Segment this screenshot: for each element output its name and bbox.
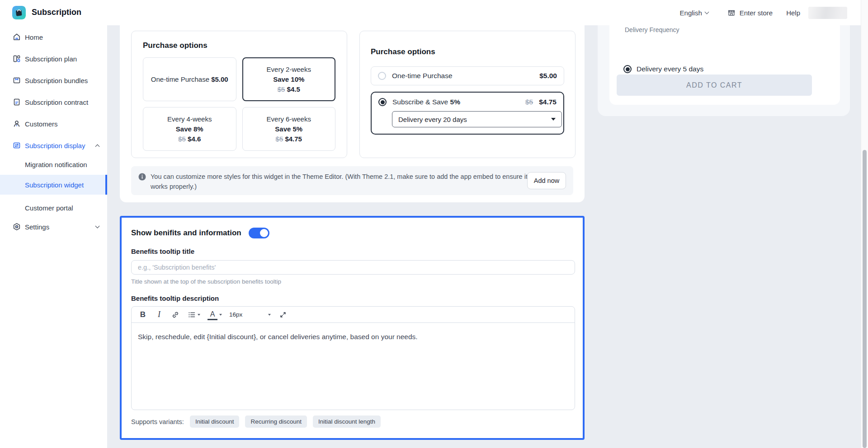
plan-price-line: $5 $4.6 <box>178 135 201 143</box>
variant-chip-recurring-discount[interactable]: Recurring discount <box>245 415 307 428</box>
delivery-frequency-card: Delivery Frequency Delivery every 5 days… <box>609 25 840 105</box>
link-icon <box>171 311 179 319</box>
info-icon <box>138 173 146 181</box>
language-value: English <box>680 9 702 17</box>
chevron-down-icon <box>198 314 200 316</box>
chevron-down-icon <box>95 224 100 229</box>
radio-checked-icon[interactable] <box>623 65 632 73</box>
plan-save: Save 5% <box>275 125 302 133</box>
radio-option-one-time[interactable]: One-time Purchase $5.00 <box>371 66 564 85</box>
theme-editor-banner: You can customize more styles for this w… <box>131 166 573 195</box>
app-title: Subscription <box>32 8 81 17</box>
radio-unchecked-icon[interactable] <box>378 72 386 80</box>
variant-chip-initial-discount[interactable]: Initial discount <box>190 415 240 428</box>
option-one-time-purchase[interactable]: One-time Purchase $5.00 <box>143 57 236 101</box>
rich-text-editor: B I A 16px <box>131 306 575 410</box>
list-icon <box>188 311 196 319</box>
sidebar-item-subscription-plan[interactable]: Subscription plan <box>0 51 107 66</box>
subscription-plan-icon <box>13 55 21 63</box>
sidebar-item-subscription-bundles[interactable]: Subscription bundles <box>0 73 107 88</box>
scrollbar-thumb[interactable] <box>863 150 867 448</box>
link-button[interactable] <box>170 309 180 321</box>
chevron-down-icon <box>268 314 271 316</box>
subscription-contract-icon <box>13 98 21 106</box>
benefits-section: Show benifits and information Benefits t… <box>120 216 585 440</box>
help-label: Help <box>786 9 800 17</box>
app-logo <box>12 6 26 19</box>
subscription-bundles-icon <box>13 76 21 84</box>
subscribe-save-label: Subscribe & Save 5% <box>392 98 460 106</box>
variants-row: Supports variants: Initial discount Recu… <box>131 415 573 428</box>
plan-price-line: $5 $4.5 <box>278 85 300 93</box>
one-time-label: One-time Purchase <box>392 72 453 80</box>
home-icon <box>13 33 21 41</box>
settings-icon <box>13 223 21 231</box>
text-color-button[interactable]: A <box>208 310 217 320</box>
font-size-select[interactable]: 16px <box>229 311 271 318</box>
sidebar-item-migration-notification[interactable]: Migration notification <box>0 157 107 172</box>
tooltip-title-label: Benefits tooltip title <box>131 247 573 255</box>
subscribe-save-line: Subscribe & Save 5% $5 $4.75 <box>378 98 557 106</box>
plan-name: Every 4-weeks <box>167 115 212 123</box>
subscription-display-icon <box>13 141 21 149</box>
italic-button[interactable]: I <box>154 309 164 321</box>
language-selector[interactable]: English <box>680 9 708 17</box>
tooltip-title-help: Title shown at the top of the subscripti… <box>131 278 573 285</box>
sidebar-item-customer-portal[interactable]: Customer portal <box>0 201 107 215</box>
sidebar: Home Subscription plan Subscription bund… <box>0 25 107 448</box>
help-button[interactable]: Help <box>786 9 800 17</box>
radio-delivery-every-5-days[interactable]: Delivery every 5 days <box>623 65 703 73</box>
sidebar-item-subscription-contract[interactable]: Subscription contract <box>0 95 107 109</box>
fullscreen-button[interactable] <box>278 309 288 321</box>
purchase-options-title: Purchase options <box>143 41 335 50</box>
bold-button[interactable]: B <box>138 309 148 321</box>
enter-store-button[interactable]: Enter store <box>727 9 773 17</box>
font-size-value: 16px <box>229 311 242 318</box>
purchase-options-box-preview: Purchase options One-time Purchase $5.00… <box>131 31 347 158</box>
sidebar-item-customers[interactable]: Customers <box>0 117 107 131</box>
storefront-icon <box>727 9 736 17</box>
plan-price-line: $5 $4.75 <box>276 135 302 143</box>
add-now-button[interactable]: Add now <box>527 172 566 189</box>
sidebar-item-subscription-display[interactable]: Subscription display <box>0 138 107 153</box>
benefits-toggle-label: Show benifits and information <box>131 229 241 238</box>
purchase-options-grid: One-time Purchase $5.00 Every 2-weeks Sa… <box>143 57 335 151</box>
chevron-down-icon <box>219 314 222 316</box>
one-time-line: One-time Purchase $5.00 <box>151 75 228 83</box>
list-button[interactable] <box>188 309 200 321</box>
enter-store-label: Enter store <box>740 9 773 17</box>
purchase-options-title: Purchase options <box>371 47 564 56</box>
purchase-options-radio-preview: Purchase options One-time Purchase $5.00… <box>359 31 576 158</box>
subscribe-price: $4.75 <box>539 98 557 106</box>
account-store-name-blurred[interactable] <box>808 7 847 19</box>
option-every-4-weeks[interactable]: Every 4-weeks Save 8% $5 $4.6 <box>143 107 236 151</box>
chevron-up-icon <box>95 144 100 149</box>
scrollbar-track[interactable] <box>861 0 868 448</box>
chevron-down-icon <box>551 118 556 121</box>
editor-content[interactable]: Skip, reschedule, edit {Initial discount… <box>132 323 575 410</box>
radio-checked-icon[interactable] <box>378 98 387 106</box>
header-actions: English Enter store Help <box>680 0 847 25</box>
plan-name: Every 6-weeks <box>267 115 311 123</box>
benefits-toggle-switch[interactable] <box>249 228 269 238</box>
tooltip-title-input[interactable] <box>131 260 575 275</box>
variant-chip-initial-discount-length[interactable]: Initial discount length <box>313 415 381 428</box>
radio-option-subscribe-save[interactable]: Subscribe & Save 5% $5 $4.75 Delivery ev… <box>371 92 564 135</box>
option-every-2-weeks[interactable]: Every 2-weeks Save 10% $5 $4.5 <box>242 57 336 101</box>
radio-label: Delivery every 5 days <box>637 65 703 73</box>
sidebar-item-settings[interactable]: Settings <box>0 219 107 234</box>
subscribe-old-price: $5 <box>525 98 533 106</box>
add-to-cart-button[interactable]: ADD TO CART <box>617 75 812 96</box>
option-every-6-weeks[interactable]: Every 6-weeks Save 5% $5 $4.75 <box>242 107 336 151</box>
editor-toolbar: B I A 16px <box>132 307 575 323</box>
widget-preview-card: Purchase options One-time Purchase $5.00… <box>120 25 585 202</box>
delivery-frequency-select[interactable]: Delivery every 20 days <box>392 111 562 127</box>
variants-label: Supports variants: <box>131 418 184 425</box>
sidebar-item-subscription-widget[interactable]: Subscription widget <box>0 175 107 195</box>
chevron-down-icon <box>704 10 709 14</box>
sidebar-item-home[interactable]: Home <box>0 30 107 44</box>
tooltip-description-label: Benefits tooltip description <box>131 294 573 302</box>
expand-icon <box>279 311 287 319</box>
plan-save: Save 8% <box>176 125 203 133</box>
banner-message: You can customize more styles for this w… <box>151 172 535 192</box>
